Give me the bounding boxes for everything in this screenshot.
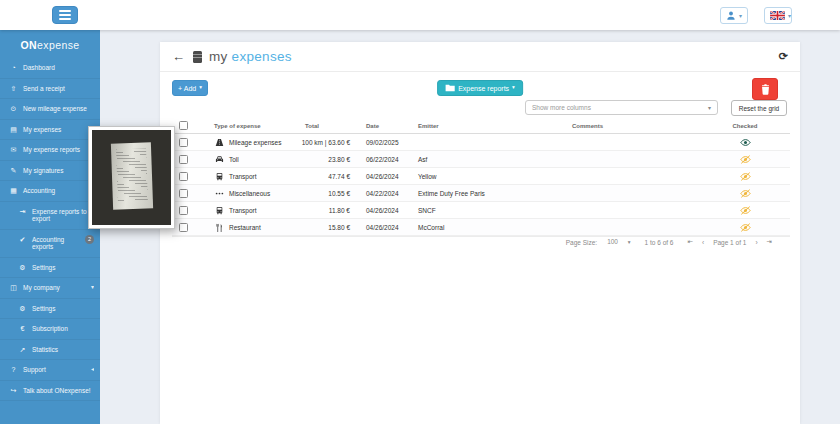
receipt-preview-popup bbox=[88, 126, 175, 229]
row-checkbox[interactable] bbox=[179, 223, 188, 232]
table-row[interactable]: Miscellaneous 10.55 € 04/22/2024 Extime … bbox=[172, 185, 790, 202]
cell-date: 09/02/2025 bbox=[352, 139, 415, 146]
page-header: ← myexpenses ⟳ bbox=[160, 42, 800, 72]
row-checkbox[interactable] bbox=[179, 206, 188, 215]
sidebar-item-talk-about-onexpense[interactable]: ↪ Talk about ONexpense! bbox=[0, 381, 100, 402]
next-page-button[interactable]: › bbox=[755, 239, 757, 246]
sidebar-item-label: Accounting bbox=[23, 187, 86, 195]
cell-type: Toll bbox=[229, 156, 239, 163]
eye-slash-icon[interactable] bbox=[740, 206, 751, 215]
sidebar-item-expense-reports-to-export[interactable]: ⇥ Expense reports to export bbox=[0, 202, 100, 230]
folder-icon bbox=[445, 84, 455, 92]
gears-icon: ⚙ bbox=[18, 305, 27, 313]
receipt-icon bbox=[193, 51, 202, 63]
select-all-checkbox[interactable] bbox=[179, 121, 188, 130]
table-header-row: Type of expense Total Date Emitter Comme… bbox=[172, 118, 790, 134]
sidebar-item-new-mileage-expense[interactable]: ⊙ New mileage expense bbox=[0, 99, 100, 120]
back-arrow-icon[interactable]: ← bbox=[172, 50, 185, 63]
column-header-type[interactable]: Type of expense bbox=[206, 123, 290, 129]
last-page-button[interactable]: ⇥ bbox=[767, 238, 772, 246]
sidebar-item-label: My expenses bbox=[23, 126, 94, 134]
sidebar-item-dashboard[interactable]: ◔ Dashboard bbox=[0, 58, 100, 79]
sidebar-item-accounting-settings[interactable]: ⚙ Settings bbox=[0, 258, 100, 279]
sidebar-item-my-signatures[interactable]: ✎ My signatures bbox=[0, 161, 100, 182]
sidebar-item-label: My expense reports bbox=[23, 146, 94, 154]
question-icon: ? bbox=[9, 366, 18, 374]
row-checkbox[interactable] bbox=[179, 172, 188, 181]
first-page-button[interactable]: ⇤ bbox=[688, 238, 693, 246]
table-row[interactable]: Mileage expenses 100 km | 63.60 € 09/02/… bbox=[172, 134, 790, 151]
user-menu-button[interactable]: ▾ bbox=[720, 7, 748, 24]
sidebar-item-label: Expense reports to export bbox=[32, 208, 94, 223]
table-row[interactable]: Transport 47.74 € 04/26/2024 Yellow bbox=[172, 168, 790, 185]
eye-slash-icon[interactable] bbox=[740, 223, 751, 232]
sidebar-item-subscription[interactable]: € Subscription bbox=[0, 319, 100, 340]
road-icon bbox=[214, 137, 224, 147]
page-title-prefix: my bbox=[209, 49, 228, 64]
page-size-select[interactable]: 100 ▾ bbox=[607, 238, 630, 246]
row-checkbox[interactable] bbox=[179, 155, 188, 164]
reset-grid-button[interactable]: Reset the grid bbox=[731, 100, 787, 116]
show-more-columns-select[interactable]: Show more columns ▾ bbox=[525, 100, 718, 115]
sidebar-item-accounting[interactable]: ▦ Accounting ▾ bbox=[0, 181, 100, 202]
bus-icon bbox=[214, 205, 224, 215]
eye-slash-icon[interactable] bbox=[740, 189, 751, 198]
sidebar-item-statistics[interactable]: ↗ Statistics bbox=[0, 340, 100, 361]
table-row[interactable]: Restaurant 15.80 € 04/26/2024 McCorral bbox=[172, 219, 790, 236]
sidebar-item-label: New mileage expense bbox=[23, 105, 94, 113]
chevron-icon: ▾ bbox=[91, 284, 94, 292]
chevron-down-icon: ▾ bbox=[512, 85, 515, 91]
sidebar-item-company-settings[interactable]: ⚙ Settings bbox=[0, 299, 100, 320]
refresh-icon[interactable]: ⟳ bbox=[779, 50, 788, 63]
top-bar: ▾ ▾ bbox=[0, 0, 840, 30]
sidebar-item-my-expense-reports[interactable]: ✉ My expense reports bbox=[0, 140, 100, 161]
column-header-emitter[interactable]: Emitter bbox=[415, 123, 560, 129]
cell-date: 06/22/2024 bbox=[352, 156, 415, 163]
eye-slash-icon[interactable] bbox=[740, 172, 751, 181]
sidebar-item-support[interactable]: ? Support ◂ bbox=[0, 360, 100, 381]
sidebar-item-label: Send a receipt bbox=[23, 85, 94, 93]
add-button[interactable]: + Add ▾ bbox=[172, 80, 208, 96]
envelope-icon: ✉ bbox=[9, 146, 18, 154]
cell-total: 100 km | 63.60 € bbox=[290, 139, 352, 146]
table-row[interactable]: Toll 23.80 € 06/22/2024 Asf bbox=[172, 151, 790, 168]
column-header-comments[interactable]: Comments bbox=[560, 123, 700, 129]
hamburger-menu-button[interactable] bbox=[52, 6, 78, 24]
row-checkbox[interactable] bbox=[179, 138, 188, 147]
language-menu-button[interactable]: ▾ bbox=[764, 7, 792, 24]
column-header-date[interactable]: Date bbox=[352, 123, 415, 129]
sidebar-item-accounting-exports[interactable]: ✔ Accounting exports 2 bbox=[0, 230, 100, 258]
trash-icon bbox=[761, 84, 770, 95]
chart-icon: ↗ bbox=[18, 346, 27, 354]
cell-total: 47.74 € bbox=[290, 173, 352, 180]
sidebar-item-send-a-receipt[interactable]: ⇧ Send a receipt bbox=[0, 79, 100, 100]
delete-button[interactable] bbox=[752, 78, 778, 100]
sidebar: ONexpense ◔ Dashboard ⇧ Send a receipt ⊙… bbox=[0, 30, 100, 424]
car-icon bbox=[214, 154, 224, 164]
prev-page-button[interactable]: ‹ bbox=[702, 239, 704, 246]
page-indicator: Page 1 of 1 bbox=[713, 239, 746, 246]
row-checkbox[interactable] bbox=[179, 189, 188, 198]
eye-slash-icon[interactable] bbox=[740, 155, 751, 164]
sidebar-item-my-expenses[interactable]: ▤ My expenses bbox=[0, 120, 100, 141]
chevron-icon: ◂ bbox=[91, 366, 94, 374]
column-header-checked[interactable]: Checked bbox=[700, 123, 790, 129]
brand-light: expense bbox=[37, 39, 80, 51]
expense-reports-button[interactable]: Expense reports ▾ bbox=[437, 80, 523, 96]
sidebar-item-label: Settings bbox=[32, 305, 94, 313]
sidebar-item-label: Talk about ONexpense! bbox=[23, 387, 94, 395]
table-row[interactable]: Transport 11.80 € 04/26/2024 SNCF bbox=[172, 202, 790, 219]
count-badge: 2 bbox=[85, 235, 94, 244]
upload-icon: ⇧ bbox=[9, 85, 18, 93]
sidebar-item-label: Settings bbox=[32, 264, 94, 272]
chevron-down-icon: ▾ bbox=[628, 239, 631, 245]
sidebar-item-label: Support bbox=[23, 366, 86, 374]
sidebar-item-my-company[interactable]: ◫ My company ▾ bbox=[0, 278, 100, 299]
car-wheel-icon: ⊙ bbox=[9, 105, 18, 113]
check-icon: ✔ bbox=[18, 236, 27, 244]
eye-icon[interactable] bbox=[740, 138, 751, 147]
column-header-total[interactable]: Total bbox=[290, 123, 352, 129]
uk-flag-icon bbox=[770, 11, 785, 20]
gears-icon: ⚙ bbox=[18, 264, 27, 272]
cell-total: 11.80 € bbox=[290, 207, 352, 214]
